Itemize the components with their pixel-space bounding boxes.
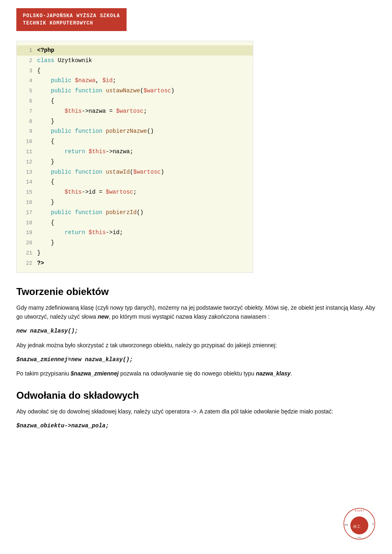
logo-svg: P J U S T 大学 情報 本日 科工 bbox=[343, 507, 376, 540]
section1-para3: Po takim przypisaniu $nazwa_zmiennej poz… bbox=[16, 369, 376, 378]
code-line-14: 14 { bbox=[17, 177, 253, 187]
line-number: 1 bbox=[21, 47, 32, 55]
code-line-18: 18 { bbox=[17, 218, 253, 228]
section1-para1: Gdy mamy zdefiniowaną klasę (czyli nowy … bbox=[16, 303, 376, 322]
section-title-tworzenie: Tworzenie obiektów bbox=[16, 286, 376, 297]
code-block: 1 <?php 2 class Uzytkownik 3 { 4 public … bbox=[16, 41, 253, 273]
svg-text:科工: 科工 bbox=[353, 525, 361, 529]
section-title-odwolania: Odwołania do składowych bbox=[16, 390, 376, 401]
section2-code1: $nazwa_obiektu->nazwa_pola; bbox=[16, 421, 376, 430]
code-line-4: 4 public $nazwa, $id; bbox=[17, 76, 253, 86]
code-line-7: 7 $this->nazwa = $wartosc; bbox=[17, 106, 253, 116]
code-line-11: 11 return $this->nazwa; bbox=[17, 147, 253, 157]
line-number: 22 bbox=[21, 259, 32, 268]
line-number: 11 bbox=[21, 148, 32, 156]
code-line-21: 21 } bbox=[17, 248, 253, 258]
line-number: 17 bbox=[21, 209, 32, 217]
line-number: 3 bbox=[21, 67, 32, 76]
section1-para2: Aby jednak można było skorzystać z tak u… bbox=[16, 341, 376, 350]
line-number: 15 bbox=[21, 188, 32, 197]
line-number: 16 bbox=[21, 199, 32, 207]
line-number: 20 bbox=[21, 239, 32, 248]
section-tworzenie: Tworzenie obiektów Gdy mamy zdefiniowaną… bbox=[16, 286, 376, 378]
code-line-8: 8 } bbox=[17, 116, 253, 127]
line-number: 8 bbox=[21, 118, 32, 126]
line-number: 9 bbox=[21, 127, 32, 136]
line-number: 4 bbox=[21, 77, 32, 85]
code-line-16: 16 } bbox=[17, 197, 253, 208]
line-number: 2 bbox=[21, 57, 32, 65]
section1-code2: $nazwa_zmiennej=new nazwa_klasy(); bbox=[16, 355, 376, 364]
line-number: 14 bbox=[21, 178, 32, 187]
line-number: 19 bbox=[21, 229, 32, 237]
section2-para1: Aby odwołać się do dowolnej składowej kl… bbox=[16, 407, 376, 416]
line-number: 6 bbox=[21, 97, 32, 106]
code-line-1: 1 <?php bbox=[17, 45, 253, 56]
code-line-17: 17 public function pobierzId() bbox=[17, 208, 253, 218]
line-number: 21 bbox=[21, 249, 32, 258]
section1-code1: new nazwa_klasy(); bbox=[16, 326, 376, 335]
header-line2: TECHNIK KOMPUTEROWYCH bbox=[23, 20, 120, 27]
code-line-20: 20 } bbox=[17, 238, 253, 248]
code-line-12: 12 } bbox=[17, 157, 253, 167]
svg-text:本日: 本日 bbox=[358, 536, 361, 538]
code-line-10: 10 { bbox=[17, 136, 253, 147]
code-line-2: 2 class Uzytkownik bbox=[17, 56, 253, 66]
code-line-13: 13 public function ustawId($wartosc) bbox=[17, 167, 253, 177]
code-line-22: 22 ?> bbox=[17, 258, 253, 268]
code-line-9: 9 public function pobierzNazwe() bbox=[17, 126, 253, 136]
school-header: POLSKO-JAPOŃSKA WYŻSZA SZKOŁA TECHNIK KO… bbox=[16, 8, 127, 31]
svg-text:P J U S T: P J U S T bbox=[355, 509, 364, 512]
line-number: 5 bbox=[21, 87, 32, 96]
code-line-15: 15 $this->id = $wartosc; bbox=[17, 187, 253, 197]
svg-text:大学: 大学 bbox=[372, 522, 374, 525]
line-number: 12 bbox=[21, 158, 32, 167]
svg-text:情報: 情報 bbox=[344, 524, 348, 526]
line-number: 18 bbox=[21, 219, 32, 228]
code-line-6: 6 { bbox=[17, 96, 253, 106]
line-number: 13 bbox=[21, 168, 32, 177]
school-logo: P J U S T 大学 情報 本日 科工 bbox=[343, 507, 376, 542]
header-line1: POLSKO-JAPOŃSKA WYŻSZA SZKOŁA bbox=[23, 12, 120, 20]
line-number: 10 bbox=[21, 138, 32, 146]
line-number: 7 bbox=[21, 107, 32, 116]
code-line-3: 3 { bbox=[17, 66, 253, 76]
section-odwolania: Odwołania do składowych Aby odwołać się … bbox=[16, 390, 376, 431]
code-line-19: 19 return $this->id; bbox=[17, 228, 253, 238]
code-line-5: 5 public function ustawNazwe($wartosc) bbox=[17, 86, 253, 96]
